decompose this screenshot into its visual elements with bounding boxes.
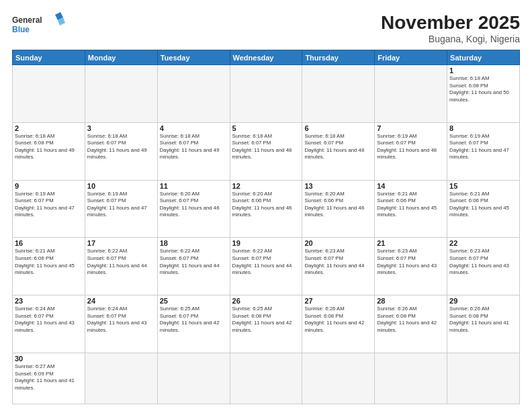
day-1-sunrise: Sunrise: 6:18 AM (449, 75, 489, 81)
day-24: 24 Sunrise: 6:24 AM Sunset: 6:07 PM Dayl… (85, 295, 157, 353)
empty-cell (447, 353, 520, 404)
header-thursday: Thursday (302, 50, 375, 65)
day-2: 2 Sunrise: 6:18 AM Sunset: 6:08 PM Dayli… (13, 122, 85, 180)
day-10: 10 Sunrise: 6:19 AM Sunset: 6:07 PM Dayl… (85, 180, 157, 238)
day-6: 6 Sunrise: 6:18 AM Sunset: 6:07 PM Dayli… (302, 122, 375, 180)
empty-cell (375, 353, 447, 404)
empty-cell (85, 65, 157, 123)
header-wednesday: Wednesday (230, 50, 302, 65)
subtitle: Bugana, Kogi, Nigeria (381, 34, 520, 44)
calendar-table: Sunday Monday Tuesday Wednesday Thursday… (12, 50, 520, 404)
empty-cell (85, 353, 157, 404)
day-16: 16 Sunrise: 6:21 AM Sunset: 6:06 PM Dayl… (13, 238, 85, 295)
day-18: 18 Sunrise: 6:22 AM Sunset: 6:07 PM Dayl… (157, 238, 230, 295)
week-row-1: 1 Sunrise: 6:18 AM Sunset: 6:08 PM Dayli… (13, 65, 520, 123)
logo-svg: General Blue (12, 12, 66, 38)
week-row-4: 16 Sunrise: 6:21 AM Sunset: 6:06 PM Dayl… (13, 238, 520, 295)
day-3: 3 Sunrise: 6:18 AM Sunset: 6:07 PM Dayli… (85, 122, 157, 180)
empty-cell (157, 65, 230, 123)
week-row-6: 30 Sunrise: 6:27 AM Sunset: 6:09 PM Dayl… (13, 353, 520, 404)
header-sunday: Sunday (13, 50, 85, 65)
day-14: 14 Sunrise: 6:21 AM Sunset: 6:06 PM Dayl… (375, 180, 447, 238)
page: General Blue November 2025 Bugana, Kogi,… (0, 0, 532, 411)
day-11: 11 Sunrise: 6:20 AM Sunset: 6:07 PM Dayl… (157, 180, 230, 238)
day-13: 13 Sunrise: 6:20 AM Sunset: 6:06 PM Dayl… (302, 180, 375, 238)
day-30: 30 Sunrise: 6:27 AM Sunset: 6:09 PM Dayl… (13, 353, 85, 404)
title-block: November 2025 Bugana, Kogi, Nigeria (381, 12, 520, 44)
day-17: 17 Sunrise: 6:22 AM Sunset: 6:07 PM Dayl… (85, 238, 157, 295)
weekday-header-row: Sunday Monday Tuesday Wednesday Thursday… (13, 50, 520, 65)
day-2-sunset: Sunset: 6:08 PM (15, 140, 54, 146)
empty-cell (13, 65, 85, 123)
header-saturday: Saturday (447, 50, 520, 65)
week-row-2: 2 Sunrise: 6:18 AM Sunset: 6:08 PM Dayli… (13, 122, 520, 180)
empty-cell (302, 353, 375, 404)
day-2-daylight: Daylight: 11 hours and 49 minutes. (15, 147, 75, 161)
day-2-sunrise: Sunrise: 6:18 AM (15, 133, 54, 139)
header: General Blue November 2025 Bugana, Kogi,… (12, 12, 520, 44)
header-friday: Friday (375, 50, 447, 65)
day-21: 21 Sunrise: 6:23 AM Sunset: 6:07 PM Dayl… (375, 238, 447, 295)
day-27: 27 Sunrise: 6:26 AM Sunset: 6:08 PM Dayl… (302, 295, 375, 353)
header-monday: Monday (85, 50, 157, 65)
day-1-daylight: Daylight: 11 hours and 50 minutes. (449, 89, 509, 103)
empty-cell (375, 65, 447, 123)
day-29: 29 Sunrise: 6:26 AM Sunset: 6:08 PM Dayl… (447, 295, 520, 353)
day-4: 4 Sunrise: 6:18 AM Sunset: 6:07 PM Dayli… (157, 122, 230, 180)
day-26: 26 Sunrise: 6:25 AM Sunset: 6:08 PM Dayl… (230, 295, 302, 353)
empty-cell (302, 65, 375, 123)
week-row-5: 23 Sunrise: 6:24 AM Sunset: 6:07 PM Dayl… (13, 295, 520, 353)
svg-text:General: General (12, 15, 42, 25)
day-9: 9 Sunrise: 6:19 AM Sunset: 6:07 PM Dayli… (13, 180, 85, 238)
day-12: 12 Sunrise: 6:20 AM Sunset: 6:06 PM Dayl… (230, 180, 302, 238)
svg-text:Blue: Blue (12, 25, 30, 34)
day-15: 15 Sunrise: 6:21 AM Sunset: 6:06 PM Dayl… (447, 180, 520, 238)
day-19: 19 Sunrise: 6:22 AM Sunset: 6:07 PM Dayl… (230, 238, 302, 295)
month-title: November 2025 (381, 12, 520, 34)
day-8: 8 Sunrise: 6:19 AM Sunset: 6:07 PM Dayli… (447, 122, 520, 180)
day-5: 5 Sunrise: 6:18 AM Sunset: 6:07 PM Dayli… (230, 122, 302, 180)
empty-cell (230, 65, 302, 123)
empty-cell (157, 353, 230, 404)
day-1-sunset: Sunset: 6:08 PM (449, 83, 488, 89)
week-row-3: 9 Sunrise: 6:19 AM Sunset: 6:07 PM Dayli… (13, 180, 520, 238)
day-28: 28 Sunrise: 6:26 AM Sunset: 6:08 PM Dayl… (375, 295, 447, 353)
day-22: 22 Sunrise: 6:23 AM Sunset: 6:07 PM Dayl… (447, 238, 520, 295)
header-tuesday: Tuesday (157, 50, 230, 65)
day-1: 1 Sunrise: 6:18 AM Sunset: 6:08 PM Dayli… (447, 65, 520, 123)
empty-cell (230, 353, 302, 404)
day-7: 7 Sunrise: 6:19 AM Sunset: 6:07 PM Dayli… (375, 122, 447, 180)
day-20: 20 Sunrise: 6:23 AM Sunset: 6:07 PM Dayl… (302, 238, 375, 295)
logo: General Blue (12, 12, 66, 38)
day-23: 23 Sunrise: 6:24 AM Sunset: 6:07 PM Dayl… (13, 295, 85, 353)
day-25: 25 Sunrise: 6:25 AM Sunset: 6:07 PM Dayl… (157, 295, 230, 353)
